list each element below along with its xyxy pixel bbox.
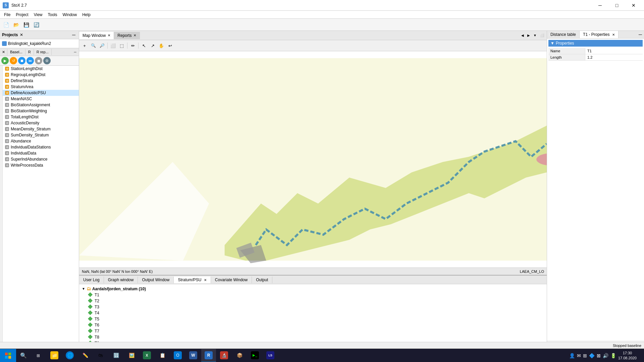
maximize-button[interactable]: □ <box>609 0 625 11</box>
menu-file[interactable]: File <box>1 12 13 18</box>
taskbar-pkg[interactable]: 📦 <box>232 349 247 362</box>
map-tool-plus[interactable]: + <box>80 42 89 50</box>
taskbar-search[interactable]: 🔍 <box>16 349 31 362</box>
process-item[interactable]: ⚙MeanNASC <box>3 96 79 102</box>
tab-reports-close[interactable]: ✕ <box>133 34 136 37</box>
tab-reports[interactable]: Reports ✕ <box>114 32 140 39</box>
process-item[interactable]: ⚙BioStationAssignment <box>3 102 79 108</box>
taskbar-photo[interactable]: 🖼️ <box>124 349 139 362</box>
taskbar-app2[interactable]: 📋 <box>155 349 170 362</box>
process-item[interactable]: ⚙StationLengthDist <box>3 66 79 72</box>
projects-minimize-btn[interactable]: ─ <box>71 32 77 38</box>
process-item[interactable]: ⚙BioStationWeighting <box>3 108 79 114</box>
menu-project[interactable]: Project <box>13 12 31 18</box>
taskbar-edge[interactable]: 🌐 <box>62 349 77 362</box>
tree-item[interactable]: T5 <box>80 316 545 322</box>
nav-maximize[interactable]: ⬜ <box>539 33 545 38</box>
nav-left[interactable]: ◀ <box>520 33 525 38</box>
tab-output[interactable]: Output <box>252 277 272 283</box>
taskbar-stats[interactable]: LS <box>263 349 278 362</box>
tab-distance-table[interactable]: Distance table <box>547 31 580 38</box>
process-item[interactable]: ⚙IndividualDataStations <box>3 144 79 150</box>
map-tool-select-rect[interactable]: ⬜ <box>109 42 117 50</box>
taskbar-terminal[interactable]: ▶_ <box>248 349 262 362</box>
taskbar-store[interactable]: 🛍 <box>93 349 108 362</box>
tray-icon-network[interactable]: ⊠ <box>597 353 601 358</box>
taskbar-explorer[interactable]: 📁 <box>47 349 62 362</box>
process-item[interactable]: ⚙TotalLengthDist <box>3 114 79 120</box>
nav-right[interactable]: ▶ <box>526 33 531 38</box>
process-item[interactable]: ⚙RegroupLengthDist <box>3 72 79 78</box>
close-button[interactable]: ✕ <box>626 0 641 11</box>
process-item[interactable]: ⚙SuperIndAbundance <box>3 156 79 162</box>
tree-item[interactable]: T8 <box>80 334 545 340</box>
tree-item[interactable]: T1 <box>80 292 545 298</box>
map-tool-undo[interactable]: ↩ <box>166 42 174 50</box>
tab-user-log[interactable]: User Log <box>79 277 104 283</box>
process-item[interactable]: ⚙WriteProcessData <box>3 162 79 168</box>
menu-tools[interactable]: Tools <box>45 12 60 18</box>
map-tool-select[interactable]: ⬚ <box>118 42 126 50</box>
open-button[interactable]: 📂 <box>11 20 21 29</box>
refresh-button[interactable]: 🔄 <box>32 20 41 29</box>
tab-map-window-close[interactable]: ✕ <box>108 34 110 37</box>
proc-tab-rrep[interactable]: R rep... <box>34 49 52 55</box>
map-tool-pointer[interactable]: ↗ <box>149 42 157 50</box>
start-button[interactable] <box>0 349 16 362</box>
tree-toggle[interactable]: ▼ <box>82 287 85 291</box>
nav-dropdown[interactable]: ▼ <box>532 33 538 38</box>
stop-button[interactable]: ⏹ <box>18 57 25 64</box>
taskbar-outlook[interactable]: O <box>170 349 185 362</box>
menu-view[interactable]: View <box>31 12 45 18</box>
tray-icon-mail[interactable]: ✉ <box>577 353 581 358</box>
tab-covariate[interactable]: Covariate Window <box>211 277 252 283</box>
proc-tab-baseline[interactable]: Basel... <box>7 49 25 55</box>
tab-stratum-psu[interactable]: Stratum/PSU ✕ <box>174 277 211 283</box>
proc-tab-r[interactable]: R <box>25 49 34 55</box>
process-item[interactable]: ⚙DefineAcousticPSU <box>3 90 79 96</box>
process-item[interactable]: ⚙StratumArea <box>3 84 79 90</box>
right-panel-minimize[interactable]: ─ <box>637 32 644 37</box>
run-button[interactable]: ▶ <box>1 57 9 64</box>
process-item[interactable]: ⚙SumDensity_Stratum <box>3 132 79 138</box>
tab-output-window[interactable]: Output Window <box>138 277 174 283</box>
process-item[interactable]: ⚙IndividualData <box>3 150 79 156</box>
taskbar-word[interactable]: W <box>186 349 201 362</box>
taskbar-r[interactable]: R <box>201 349 216 362</box>
taskbar-r2[interactable]: 🔬 <box>217 349 231 362</box>
process-item[interactable]: ⚙AcousticDensity <box>3 120 79 126</box>
tree-item[interactable]: T6 <box>80 322 545 328</box>
process-item[interactable]: ⚙MeanDensity_Stratum <box>3 126 79 132</box>
tray-icon-battery[interactable]: 🔋 <box>610 353 616 358</box>
map-tool-arrow[interactable]: ↖ <box>140 42 148 50</box>
taskbar-word-processor[interactable]: ✏️ <box>78 349 93 362</box>
pause-button[interactable]: ⏭ <box>26 57 34 64</box>
map-tool-zoomin[interactable]: 🔍 <box>89 42 97 50</box>
task-view-button[interactable]: ⊞ <box>31 349 46 362</box>
tab-t1-close[interactable]: ✕ <box>612 33 615 37</box>
tree-item[interactable]: T2 <box>80 298 545 304</box>
reset-button[interactable]: ◼ <box>35 57 42 64</box>
menu-window[interactable]: Window <box>60 12 80 18</box>
taskbar-excel[interactable]: X <box>140 349 154 362</box>
process-panel-close[interactable]: ─ <box>71 48 79 56</box>
tab-graph-window[interactable]: Graph window <box>104 277 138 283</box>
tree-item[interactable]: T3 <box>80 304 545 310</box>
tray-icon-bluetooth[interactable]: 🔷 <box>589 353 595 358</box>
prop-section-header[interactable]: ▼ Properties <box>548 40 643 47</box>
proc-tab-close[interactable]: ✕ <box>0 49 7 55</box>
tab-map-window[interactable]: Map Window ✕ <box>79 32 114 39</box>
map-tool-pen[interactable]: ✏ <box>129 42 137 50</box>
tab-stratum-close[interactable]: ✕ <box>204 278 207 282</box>
tree-item[interactable]: T7 <box>80 328 545 334</box>
map-tool-zoomout[interactable]: 🔎 <box>98 42 106 50</box>
new-button[interactable]: 📄 <box>1 20 11 29</box>
settings-button[interactable]: ⚙ <box>43 57 51 64</box>
process-item[interactable]: ⚙DefineStrata <box>3 78 79 84</box>
tray-icon-windows[interactable]: ⊞ <box>583 353 587 358</box>
process-item[interactable]: ⚙Abundance <box>3 138 79 144</box>
projects-close-btn[interactable]: ✕ <box>19 33 24 37</box>
clock[interactable]: 17:30 17.08.2020 <box>618 351 637 360</box>
menu-help[interactable]: Help <box>79 12 93 18</box>
tray-icon-sound[interactable]: 🔊 <box>603 353 608 358</box>
